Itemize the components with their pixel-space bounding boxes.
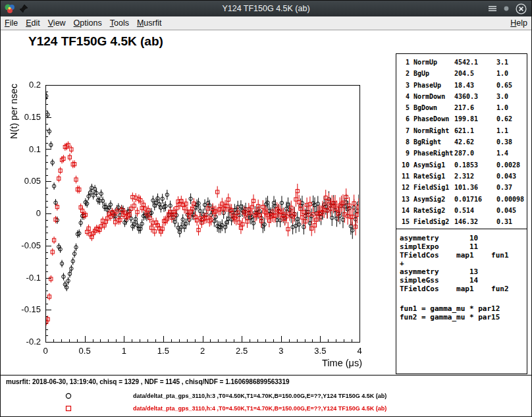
param-number: 12	[400, 182, 410, 193]
param-error: 0.38	[496, 136, 527, 148]
param-number: 7	[400, 125, 410, 136]
param-number: 5	[400, 102, 410, 113]
param-number: 11	[400, 171, 410, 182]
menu-view[interactable]: View	[44, 17, 70, 29]
functions-block: fun1 = gamma_mu * par12 fun2 = gamma_mu …	[400, 304, 527, 322]
param-name: RateSig2	[413, 205, 454, 216]
plot-title: Y124 TF150G 4.5K (ab)	[28, 34, 163, 49]
param-error: 0.045	[496, 205, 527, 216]
param-row: 2BgUp204.51.0	[400, 68, 527, 79]
param-value: 18.43	[454, 80, 496, 91]
shade-icon[interactable]	[503, 5, 510, 12]
param-value: 621.1	[454, 125, 496, 136]
param-number: 14	[400, 205, 410, 216]
window-title: Y124 TF150G 4.5K (ab)	[1, 4, 531, 13]
menu-edit[interactable]: Edit	[22, 17, 44, 29]
param-row: 4NormDown4360.33.0	[400, 91, 527, 102]
param-error: 0.31	[496, 216, 527, 227]
param-value: 0.514	[454, 205, 496, 216]
param-name: NormRight	[413, 125, 454, 136]
param-error: 0.62	[496, 113, 527, 125]
param-row: 9PhaseRight287.01.4	[400, 148, 527, 159]
param-row: 11RateSig12.3120.043	[400, 171, 527, 182]
menu-musrfit[interactable]: Musrfit	[133, 17, 166, 29]
param-error: 3.1	[496, 57, 527, 68]
param-error: 1.0	[496, 102, 527, 113]
param-value: 199.81	[454, 113, 496, 125]
param-value: 146.32	[454, 216, 496, 227]
param-name: PhaseUp	[413, 80, 454, 91]
square-marker-icon	[65, 404, 72, 412]
theory-panel: asymmetry 10 simplExpo 11 TFieldCos map1…	[396, 229, 527, 374]
pin-icon[interactable]	[19, 4, 28, 13]
param-name: PhaseDown	[413, 113, 454, 125]
param-row: 14RateSig20.5140.045	[400, 205, 527, 216]
param-error: 3.0	[496, 91, 527, 102]
app-icon	[5, 3, 15, 14]
param-name: BgUp	[413, 68, 454, 79]
param-value: 4360.3	[454, 91, 496, 102]
param-row: 8BgRight42.620.38	[400, 136, 527, 148]
param-name: BgRight	[413, 136, 454, 148]
param-row: 1NormUp4542.13.1	[400, 57, 527, 68]
param-number: 15	[400, 216, 410, 227]
musr-plot-canvas[interactable]	[3, 59, 384, 379]
param-number: 4	[400, 91, 410, 102]
param-row: 3PhaseUp18.430.65	[400, 80, 527, 91]
param-name: NormUp	[413, 57, 454, 68]
param-number: 9	[400, 148, 410, 159]
param-number: 10	[400, 159, 410, 171]
param-name: FieldSig1	[413, 182, 454, 193]
param-name: NormDown	[413, 91, 454, 102]
param-number: 8	[400, 136, 410, 148]
param-number: 2	[400, 68, 410, 79]
param-error: 0.043	[496, 171, 527, 182]
param-row: 15FieldSig2146.320.31	[400, 216, 527, 227]
param-value: 42.62	[454, 136, 496, 148]
param-row: 7NormRight621.11.1	[400, 125, 527, 136]
menu-lines-icon[interactable]	[488, 5, 497, 13]
param-number: 13	[400, 194, 410, 205]
circle-marker-icon	[65, 392, 72, 400]
param-row: 12FieldSig1101.360.37	[400, 182, 527, 193]
param-error: 0.65	[496, 80, 527, 91]
param-value: 2.312	[454, 171, 496, 182]
window-titlebar[interactable]: Y124 TF150G 4.5K (ab)	[1, 1, 531, 16]
param-error: 1.1	[496, 125, 527, 136]
param-name: BgDown	[413, 102, 454, 113]
param-name: AsymSig2	[413, 194, 454, 205]
param-number: 1	[400, 57, 410, 68]
param-row: 10AsymSig10.18530.0028	[400, 159, 527, 171]
param-value: 0.01716	[454, 194, 496, 205]
legend-label: data/deltat_pta_gps_3110,h:3 ,T0=4.50K,T…	[133, 393, 386, 399]
menu-tools[interactable]: Tools	[106, 17, 133, 29]
param-error: 0.00098	[496, 194, 527, 205]
menu-options[interactable]: Options	[70, 17, 106, 29]
param-error: 1.0	[496, 68, 527, 79]
param-name: PhaseRight	[413, 148, 454, 159]
param-value: 4542.1	[454, 57, 496, 68]
fit-parameters-panel: 1NormUp4542.13.12BgUp204.51.03PhaseUp18.…	[396, 53, 527, 229]
param-value: 0.1853	[454, 159, 496, 171]
param-name: RateSig1	[413, 171, 454, 182]
menubar: FileEditViewOptionsToolsMusrfit Help	[1, 16, 531, 30]
param-row: 5BgDown217.61.0	[400, 102, 527, 113]
param-value: 287.0	[454, 148, 496, 159]
param-value: 217.6	[454, 102, 496, 113]
param-value: 101.36	[454, 182, 496, 193]
app-window: Y124 TF150G 4.5K (ab) FileEditViewOption…	[0, 0, 532, 417]
legend-label: data/deltat_pta_gps_3110,h:4 ,T0=4.50K,T…	[133, 405, 386, 412]
param-name: FieldSig2	[413, 216, 454, 227]
menu-file[interactable]: File	[1, 17, 22, 29]
menu-help[interactable]: Help	[506, 17, 531, 29]
footer-divider	[1, 375, 531, 375]
param-number: 3	[400, 80, 410, 91]
close-icon[interactable]	[516, 3, 527, 14]
theory-block: asymmetry 10 simplExpo 11 TFieldCos map1…	[400, 235, 527, 294]
plot-legend: data/deltat_pta_gps_3110,h:3 ,T0=4.50K,T…	[1, 389, 531, 414]
param-error: 0.0028	[496, 159, 527, 171]
fit-stats: musrfit: 2018-06-30, 13:19:40, chisq = 1…	[6, 378, 290, 385]
param-row: 13AsymSig20.017160.00098	[400, 194, 527, 205]
param-error: 0.37	[496, 182, 527, 193]
param-value: 204.5	[454, 68, 496, 79]
